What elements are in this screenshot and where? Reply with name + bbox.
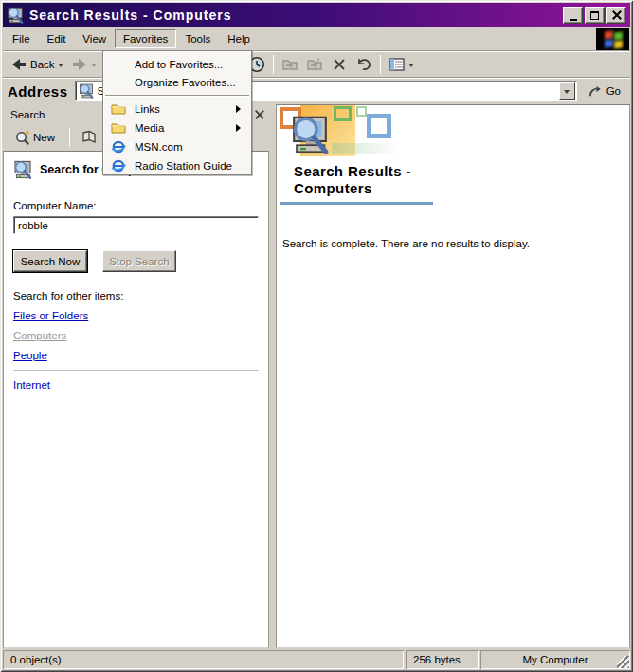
banner-green-small-outline: [356, 106, 367, 117]
toolbar-separator: [69, 128, 70, 147]
folder-icon: [111, 102, 127, 117]
new-search-button[interactable]: New: [10, 128, 59, 148]
favmenu-radio[interactable]: Radio Station Guide: [103, 156, 251, 175]
ie-icon: [111, 140, 127, 154]
standard-toolbar: Back: [3, 51, 630, 78]
address-dropdown-icon: [564, 90, 570, 97]
delete-button[interactable]: [327, 54, 352, 75]
move-to-button[interactable]: [278, 54, 302, 75]
submenu-arrow-icon: [236, 124, 244, 132]
link-internet[interactable]: Internet: [13, 379, 50, 390]
maximize-button[interactable]: [585, 7, 605, 24]
results-pane: Search Results - Computers Search is com…: [276, 104, 630, 648]
search-results-icon: [290, 115, 330, 154]
results-message: Search is complete. There are no results…: [282, 238, 629, 249]
explorer-window: Search Results - Computers File Edit Vie…: [0, 0, 633, 672]
titlebar[interactable]: Search Results - Computers: [3, 3, 630, 27]
views-button[interactable]: [385, 54, 418, 75]
favmenu-msn[interactable]: MSN.com: [103, 137, 251, 156]
address-label: Address: [8, 83, 68, 100]
toolbar-separator: [273, 55, 274, 74]
new-search-label: New: [33, 132, 55, 143]
search-computers-icon: [13, 160, 32, 179]
views-grid-icon: [389, 56, 406, 73]
banner-blue-outline: [367, 114, 391, 138]
folder-icon: [111, 121, 127, 136]
windows-logo-throbber: [596, 28, 629, 50]
window-title: Search Results - Computers: [29, 8, 232, 23]
guide-book-icon[interactable]: [81, 130, 98, 145]
search-pane: Search New: [3, 104, 269, 648]
close-icon: [611, 9, 623, 21]
views-dropdown-icon[interactable]: [408, 64, 414, 70]
copy-to-folder-icon: [306, 56, 323, 73]
favorites-menu: Add to Favorites... Organize Favorites..…: [102, 50, 252, 175]
results-title-line1: Search Results -: [294, 163, 629, 180]
stop-search-button: Stop Search: [102, 250, 176, 272]
favmenu-organize[interactable]: Organize Favorites...: [103, 73, 251, 91]
link-files-or-folders[interactable]: Files or Folders: [13, 310, 88, 321]
toolbar-separator: [380, 55, 381, 74]
menu-favorites[interactable]: Favorites: [115, 29, 176, 48]
status-objects: 0 object(s): [3, 650, 404, 669]
statusbar: 0 object(s) 256 bytes My Computer: [3, 650, 630, 669]
addressbar: Address Search Results - Computers Go: [3, 78, 630, 103]
link-computers: Computers: [13, 330, 66, 341]
window-controls: [563, 7, 626, 24]
resize-grip[interactable]: [617, 656, 629, 668]
menu-file[interactable]: File: [4, 29, 39, 48]
results-banner: [277, 105, 629, 158]
status-location-label: My Computer: [522, 654, 588, 665]
results-title-line2: Computers: [294, 180, 629, 197]
menubar: File Edit View Favorites Tools Help: [3, 27, 630, 51]
search-pane-title: Search: [10, 109, 45, 120]
other-items-label: Search for other items:: [13, 290, 259, 301]
forward-dropdown-icon: [91, 64, 97, 70]
links-separator: [13, 370, 259, 371]
main-content: Search New: [3, 104, 630, 648]
computer-name-input[interactable]: [13, 216, 259, 234]
back-label: Back: [30, 59, 55, 70]
favmenu-media[interactable]: Media: [103, 118, 251, 137]
search-now-button[interactable]: Search Now: [13, 250, 87, 272]
status-size: 256 bytes: [406, 650, 479, 669]
banner-green-outline: [334, 106, 352, 121]
favmenu-links[interactable]: Links: [103, 100, 251, 118]
go-label: Go: [606, 85, 621, 97]
delete-x-icon: [331, 56, 348, 73]
results-title: Search Results - Computers: [294, 163, 629, 197]
menu-edit[interactable]: Edit: [39, 29, 75, 48]
menu-help[interactable]: Help: [219, 29, 259, 48]
forward-button[interactable]: [67, 54, 100, 75]
window-search-icon: [7, 7, 24, 24]
search-pane-close-button[interactable]: [251, 107, 266, 121]
address-search-icon: [79, 83, 94, 99]
status-location: My Computer: [480, 650, 630, 669]
link-people[interactable]: People: [13, 350, 47, 361]
banner-green-strip: [332, 143, 398, 154]
back-dropdown-icon[interactable]: [58, 64, 63, 70]
copy-to-button[interactable]: [302, 54, 327, 75]
computer-name-label: Computer Name:: [13, 200, 259, 211]
results-title-rule: [280, 202, 433, 205]
pane-divider[interactable]: [269, 104, 276, 648]
minimize-icon: [570, 19, 577, 21]
undo-button[interactable]: [352, 54, 376, 75]
go-arrow-icon: [588, 84, 603, 99]
back-button[interactable]: Back: [7, 54, 67, 75]
undo-arrow-icon: [355, 56, 372, 73]
menu-view[interactable]: View: [74, 29, 115, 48]
close-button[interactable]: [606, 7, 626, 24]
go-button[interactable]: Go: [584, 82, 625, 100]
search-pane-content: Search for Computers Computer Name: Sear…: [3, 151, 269, 648]
back-arrow-icon: [10, 56, 27, 73]
new-search-icon: [14, 130, 30, 146]
maximize-icon: [590, 11, 599, 20]
search-buttons-row: Search Now Stop Search: [13, 250, 259, 272]
forward-arrow-icon: [71, 56, 88, 73]
favmenu-add[interactable]: Add to Favorites...: [103, 55, 251, 73]
menu-tools[interactable]: Tools: [176, 29, 219, 48]
address-dropdown-button[interactable]: [559, 82, 575, 100]
ie-icon: [111, 159, 127, 173]
minimize-button[interactable]: [563, 7, 583, 24]
